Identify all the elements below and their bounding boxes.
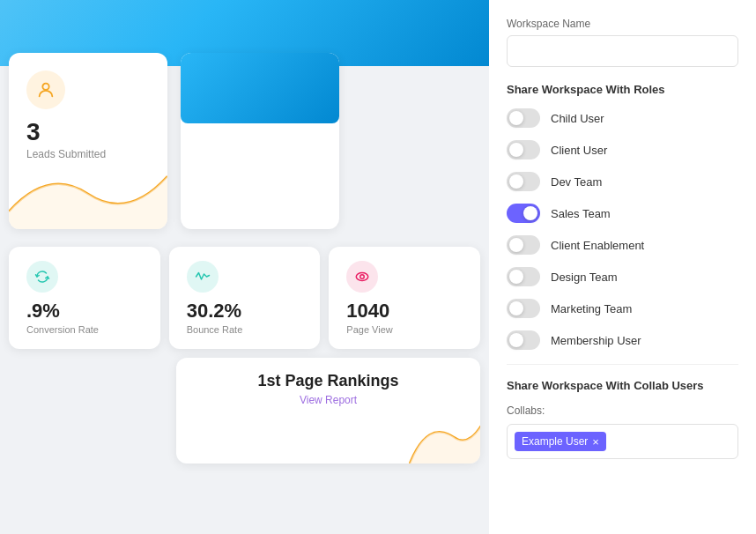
collab-tag-label: Example User [522, 435, 588, 448]
pageview-card: 1040 Page View [329, 247, 480, 349]
role-row-child-user: Child User [507, 108, 738, 128]
pageview-icon-circle [346, 261, 378, 293]
conversion-card: .9% Conversion Rate [9, 247, 160, 349]
eye-icon [354, 269, 370, 285]
design-team-toggle-thumb [509, 270, 523, 284]
marketing-team-label: Marketing Team [551, 302, 632, 315]
dev-team-toggle-track[interactable] [507, 172, 540, 191]
svg-point-1 [357, 273, 369, 281]
sales-team-label: Sales Team [551, 207, 611, 220]
dev-team-toggle[interactable] [507, 172, 540, 191]
membership-user-toggle-track[interactable] [507, 330, 540, 350]
second-top-card [181, 53, 339, 229]
membership-user-toggle-thumb [509, 333, 523, 347]
share-roles-title: Share Workspace With Roles [507, 83, 738, 96]
role-row-sales-team: Sales Team [507, 204, 738, 223]
child-user-label: Child User [551, 112, 604, 125]
collab-tag-close-icon[interactable]: × [592, 436, 599, 448]
bounce-icon-circle [187, 261, 219, 293]
sales-team-toggle-track[interactable] [507, 204, 540, 223]
client-enablement-toggle-track[interactable] [507, 235, 540, 255]
conversion-icon-circle [26, 261, 58, 293]
left-panel: 3 Leads Submitted [0, 0, 489, 534]
design-team-label: Design Team [551, 271, 618, 284]
child-user-toggle-thumb [509, 111, 523, 125]
membership-user-toggle[interactable] [507, 330, 540, 350]
activity-icon [195, 269, 211, 285]
role-row-membership-user: Membership User [507, 330, 738, 350]
refresh-icon [34, 269, 50, 285]
leads-card: 3 Leads Submitted [9, 53, 167, 229]
svg-point-2 [360, 275, 365, 279]
collabs-input-area[interactable]: Example User × [507, 424, 738, 459]
child-user-toggle[interactable] [507, 108, 540, 128]
leads-icon-circle [26, 70, 65, 109]
bounce-value: 30.2% [187, 300, 303, 323]
section-divider [507, 364, 738, 365]
svg-point-0 [42, 84, 48, 90]
top-cards-row: 3 Leads Submitted [0, 53, 489, 229]
right-panel: Workspace Name Share Workspace With Role… [489, 0, 756, 534]
client-enablement-toggle[interactable] [507, 235, 540, 255]
client-user-label: Client User [551, 144, 607, 157]
role-row-design-team: Design Team [507, 267, 738, 286]
role-row-client-user: Client User [507, 140, 738, 159]
person-icon [36, 80, 56, 100]
bottom-cards-row: .9% Conversion Rate 30.2% Bounce Rate [0, 238, 489, 349]
bounce-label: Bounce Rate [187, 324, 303, 335]
client-user-toggle-track[interactable] [507, 140, 540, 159]
leads-wave [9, 159, 167, 229]
dev-team-toggle-thumb [509, 174, 523, 189]
client-user-toggle[interactable] [507, 140, 540, 159]
conversion-label: Conversion Rate [26, 324, 143, 335]
client-enablement-toggle-thumb [509, 238, 523, 252]
workspace-name-label: Workspace Name [507, 18, 738, 30]
rankings-section: 1st Page Rankings View Report [0, 358, 489, 464]
role-row-client-enablement: Client Enablement [507, 235, 738, 255]
role-row-dev-team: Dev Team [507, 172, 738, 191]
roles-list: Child User Client User Dev Team [507, 108, 738, 350]
share-collab-title: Share Workspace With Collab Users [507, 379, 738, 392]
collabs-label: Collabs: [507, 404, 738, 417]
rankings-title: 1st Page Rankings [194, 372, 463, 390]
pageview-value: 1040 [346, 300, 463, 323]
sales-team-toggle-thumb [523, 206, 537, 220]
collab-tag-example-user[interactable]: Example User × [515, 432, 606, 451]
dev-team-label: Dev Team [551, 175, 602, 189]
conversion-value: .9% [26, 300, 143, 323]
child-user-toggle-track[interactable] [507, 108, 540, 128]
design-team-toggle-track[interactable] [507, 267, 540, 286]
client-user-toggle-thumb [509, 143, 523, 157]
pageview-label: Page View [346, 324, 463, 335]
marketing-team-toggle[interactable] [507, 299, 540, 318]
rankings-chart [401, 402, 480, 464]
marketing-team-toggle-track[interactable] [507, 299, 540, 318]
leads-count: 3 [26, 118, 150, 146]
client-enablement-label: Client Enablement [551, 239, 644, 252]
role-row-marketing-team: Marketing Team [507, 299, 738, 318]
membership-user-label: Membership User [551, 334, 641, 347]
cards-area: 3 Leads Submitted [0, 53, 489, 464]
bounce-card: 30.2% Bounce Rate [169, 247, 321, 349]
sales-team-toggle[interactable] [507, 204, 540, 223]
design-team-toggle[interactable] [507, 267, 540, 286]
marketing-team-toggle-thumb [509, 301, 523, 315]
workspace-name-input[interactable] [507, 35, 738, 67]
